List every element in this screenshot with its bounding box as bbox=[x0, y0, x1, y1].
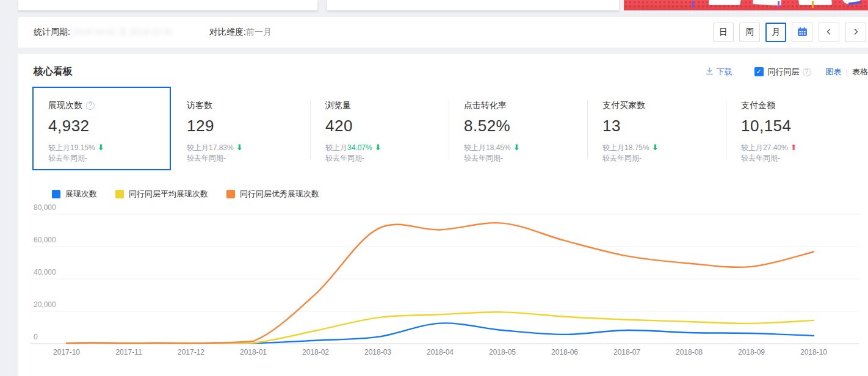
metric-value: 420 bbox=[325, 117, 441, 136]
metric-card-1[interactable]: 展现次数?4,932较上月19.15%⬇较去年同期- bbox=[32, 87, 171, 170]
next-period-button[interactable] bbox=[845, 23, 866, 42]
legend-item[interactable]: 同行同层平均展现次数 bbox=[115, 189, 208, 200]
svg-text:2018-02: 2018-02 bbox=[302, 348, 329, 356]
calendar-icon bbox=[797, 27, 808, 38]
download-icon bbox=[706, 67, 717, 77]
trend-chart: 80,00060,00040,00020,00002017-102017-112… bbox=[18, 204, 868, 367]
svg-text:2018-09: 2018-09 bbox=[738, 348, 765, 356]
stats-toolbar: 统计周期: 2018-10-01 至 2018-10-31 对比维度: 前一月 … bbox=[18, 17, 868, 48]
panel-header-controls: 下载 ✓ 同行同层 ? 图表 | 表格 bbox=[706, 67, 868, 78]
legend-swatch-icon bbox=[52, 190, 60, 198]
metric-yoy-change: 较去年同期- bbox=[325, 153, 441, 164]
banner-text-fragment bbox=[798, 0, 832, 5]
metric-yoy-change: 较去年同期- bbox=[741, 153, 856, 164]
metric-label: 支付金额 bbox=[741, 100, 856, 111]
svg-text:2018-05: 2018-05 bbox=[489, 348, 516, 356]
metric-yoy-change: 较去年同期- bbox=[602, 153, 718, 164]
view-toggle-divider: | bbox=[846, 67, 848, 76]
svg-text:2017-11: 2017-11 bbox=[115, 348, 142, 356]
top-card-left bbox=[18, 0, 317, 10]
svg-text:40,000: 40,000 bbox=[34, 268, 56, 277]
download-button[interactable]: 下载 bbox=[706, 67, 732, 78]
stat-period-value: 2018-10-01 至 2018-10-31 bbox=[73, 27, 175, 38]
metric-card-5[interactable]: 支付买家数13较上月18.75%⬇较去年同期- bbox=[587, 87, 725, 170]
legend-label: 同行同层优秀展现次数 bbox=[240, 189, 319, 200]
metric-yoy-change: 较去年同期- bbox=[464, 153, 579, 164]
svg-text:2018-10: 2018-10 bbox=[800, 348, 827, 356]
help-icon[interactable]: ? bbox=[86, 101, 95, 110]
banner-text-fragment bbox=[709, 0, 742, 5]
core-dashboard-panel: 核心看板 下载 ✓ 同行同层 ? 图表 | 表格 展现次数?4,932较上月19… bbox=[18, 54, 868, 376]
metric-mom-change: 较上月18.45%⬇ bbox=[464, 142, 579, 153]
peer-layer-label: 同行同层 bbox=[768, 67, 800, 78]
banner-confetti bbox=[778, 1, 779, 8]
metric-yoy-change: 较去年同期- bbox=[187, 153, 302, 164]
arrow-down-icon: ⬇ bbox=[375, 143, 382, 152]
metric-card-4[interactable]: 点击转化率8.52%较上月18.45%⬇较去年同期- bbox=[448, 87, 587, 170]
metric-label: 展现次数? bbox=[48, 100, 164, 111]
arrow-down-icon: ⬇ bbox=[236, 143, 243, 152]
svg-text:2018-01: 2018-01 bbox=[240, 348, 267, 356]
metric-label: 支付买家数 bbox=[602, 100, 718, 111]
metric-mom-change: 较上月19.15%⬇ bbox=[48, 142, 164, 153]
promo-banner[interactable] bbox=[624, 0, 868, 10]
view-table-tab[interactable]: 表格 bbox=[852, 67, 868, 78]
metric-card-2[interactable]: 访客数129较上月17.83%⬇较去年同期- bbox=[171, 87, 309, 170]
metric-value: 129 bbox=[187, 117, 302, 136]
legend-item[interactable]: 展现次数 bbox=[52, 189, 97, 200]
metric-mom-change: 较上月34.07%⬇ bbox=[325, 142, 441, 153]
line-chart-svg[interactable]: 80,00060,00040,00020,00002017-102017-112… bbox=[18, 204, 868, 364]
metric-label: 浏览量 bbox=[325, 100, 441, 111]
svg-text:60,000: 60,000 bbox=[34, 236, 56, 244]
range-month-button[interactable]: 月 bbox=[765, 23, 786, 42]
svg-text:2018-03: 2018-03 bbox=[364, 348, 391, 356]
legend-label: 展现次数 bbox=[65, 189, 97, 200]
compare-dimension-label: 对比维度: bbox=[209, 27, 246, 38]
help-icon[interactable]: ? bbox=[803, 68, 811, 76]
svg-text:2018-08: 2018-08 bbox=[676, 348, 703, 356]
top-cropped-row bbox=[0, 0, 868, 10]
panel-title: 核心看板 bbox=[34, 65, 73, 78]
svg-text:2018-07: 2018-07 bbox=[613, 348, 640, 356]
checkbox-checked-icon[interactable]: ✓ bbox=[754, 67, 764, 76]
prev-period-button[interactable] bbox=[819, 23, 839, 42]
stat-period-label: 统计周期: bbox=[34, 27, 70, 38]
banner-confetti bbox=[812, 1, 814, 8]
svg-text:0: 0 bbox=[34, 333, 38, 341]
arrow-down-icon: ⬇ bbox=[98, 143, 104, 152]
metric-card-6[interactable]: 支付金额10,154较上月27.40%⬆较去年同期- bbox=[725, 87, 864, 170]
range-day-button[interactable]: 日 bbox=[713, 23, 734, 42]
panel-header: 核心看板 下载 ✓ 同行同层 ? 图表 | 表格 bbox=[18, 54, 868, 78]
calendar-button[interactable] bbox=[792, 23, 812, 42]
svg-text:20,000: 20,000 bbox=[34, 300, 56, 309]
arrow-down-icon: ⬇ bbox=[652, 143, 659, 152]
metric-value: 8.52% bbox=[464, 117, 579, 136]
metric-card-3[interactable]: 浏览量420较上月34.07%⬇较去年同期- bbox=[309, 87, 448, 170]
metric-cards: 展现次数?4,932较上月19.15%⬇较去年同期-访客数129较上月17.83… bbox=[32, 87, 868, 170]
metric-value: 4,932 bbox=[48, 117, 164, 136]
legend-item[interactable]: 同行同层优秀展现次数 bbox=[226, 189, 319, 200]
range-week-button[interactable]: 周 bbox=[739, 23, 760, 42]
svg-text:2017-12: 2017-12 bbox=[178, 348, 204, 356]
metric-value: 10,154 bbox=[741, 117, 856, 136]
metric-label: 点击转化率 bbox=[464, 100, 579, 111]
chevron-left-icon bbox=[825, 27, 833, 37]
date-range-controls: 日 周 月 bbox=[707, 23, 866, 42]
legend-label: 同行同层平均展现次数 bbox=[129, 189, 208, 200]
arrow-up-icon: ⬆ bbox=[790, 143, 797, 152]
download-label: 下载 bbox=[717, 67, 732, 78]
svg-text:2017-10: 2017-10 bbox=[53, 348, 80, 356]
metric-mom-change: 较上月18.75%⬇ bbox=[602, 142, 718, 153]
metric-label: 访客数 bbox=[187, 100, 302, 111]
legend-swatch-icon bbox=[115, 190, 124, 198]
metric-mom-change: 较上月27.40%⬆ bbox=[741, 142, 856, 153]
metric-value: 13 bbox=[602, 117, 718, 136]
chart-legend: 展现次数同行同层平均展现次数同行同层优秀展现次数 bbox=[52, 189, 868, 200]
metric-yoy-change: 较去年同期- bbox=[48, 153, 164, 164]
compare-dimension-value: 前一月 bbox=[246, 27, 272, 38]
top-card-middle bbox=[327, 0, 619, 10]
peer-layer-toggle[interactable]: ✓ 同行同层 ? bbox=[754, 67, 811, 78]
svg-text:80,000: 80,000 bbox=[34, 204, 56, 212]
view-chart-tab[interactable]: 图表 bbox=[826, 67, 842, 78]
svg-text:2018-06: 2018-06 bbox=[551, 348, 578, 356]
